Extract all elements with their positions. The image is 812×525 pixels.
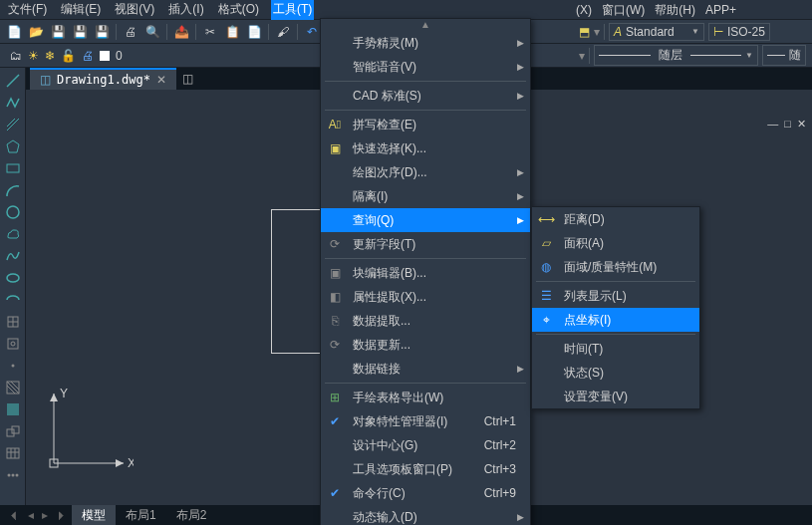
tool-arc-icon[interactable] xyxy=(3,181,23,199)
scroll-up-icon[interactable]: ▲ xyxy=(321,19,530,31)
tab-layout2[interactable]: 布局2 xyxy=(166,505,217,526)
tool-cloud-icon[interactable] xyxy=(3,225,23,243)
spellcheck-icon: Aͮ xyxy=(321,113,349,136)
linetype-dropdown[interactable]: 随层 ▼ xyxy=(594,45,758,66)
brush-icon[interactable]: 🖌 xyxy=(275,24,291,40)
menu-distance[interactable]: ⟷距离(D) xyxy=(532,207,699,231)
menu-cadstd[interactable]: CAD 标准(S)▶ xyxy=(321,84,530,108)
tab-layout1[interactable]: 布局1 xyxy=(116,505,166,526)
menu-inquiry[interactable]: 查询(Q)▶ xyxy=(321,208,530,232)
menu-voice[interactable]: 智能语音(V)▶ xyxy=(321,55,530,79)
menu-massprop[interactable]: ◍面域/质量特性(M) xyxy=(532,255,699,279)
new-icon[interactable]: 📄 xyxy=(6,24,22,40)
menu-toolpal[interactable]: 工具选项板窗口(P)Ctrl+3 xyxy=(321,457,530,481)
tool-pline-icon[interactable] xyxy=(3,94,23,112)
menu-format[interactable]: 格式(O) xyxy=(216,0,261,20)
menu-view[interactable]: 视图(V) xyxy=(113,0,156,20)
menu-tableexp[interactable]: ⊞手绘表格导出(W) xyxy=(321,386,530,409)
layer-name[interactable]: 0 xyxy=(116,49,123,63)
menu-attext[interactable]: ◧属性提取(X)... xyxy=(321,285,530,309)
menu-qselect[interactable]: ▣快速选择(K)... xyxy=(321,136,530,160)
menu-list[interactable]: ☰列表显示(L) xyxy=(532,284,699,308)
print-icon[interactable]: 🖨 xyxy=(82,49,94,63)
publish-icon[interactable]: 📤 xyxy=(173,24,189,40)
menu-dataext[interactable]: ⎘数据提取... xyxy=(321,309,530,333)
menu-isolate[interactable]: 隔离(I)▶ xyxy=(321,184,530,208)
menu-dyninput[interactable]: 动态输入(D)▶ xyxy=(321,505,530,525)
menu-dcenter[interactable]: 设计中心(G)Ctrl+2 xyxy=(321,433,530,457)
menu-bedit[interactable]: ▣块编辑器(B)... xyxy=(321,261,530,285)
menu-time[interactable]: 时间(T) xyxy=(532,337,699,361)
tool-point-icon[interactable] xyxy=(3,357,23,375)
menu-datalink[interactable]: 数据链接▶ xyxy=(321,357,530,381)
print-icon[interactable]: 🖨 xyxy=(123,24,138,40)
tool-insert-icon[interactable] xyxy=(3,313,23,331)
scroll-right-icon[interactable]: ⏵ xyxy=(52,508,72,522)
tool-circle-icon[interactable] xyxy=(3,203,23,221)
close-icon[interactable]: ✕ xyxy=(156,73,166,87)
open-icon[interactable]: 📂 xyxy=(28,24,44,40)
layer-lock-icon[interactable]: 🔓 xyxy=(61,49,76,63)
layer-on-icon[interactable]: ☀ xyxy=(28,49,39,63)
textstyle-dropdown[interactable]: A Standard ▼ xyxy=(609,23,704,41)
menu-area[interactable]: ▱面积(A) xyxy=(532,231,699,255)
layer-manager-icon[interactable]: 🗂 xyxy=(10,49,22,63)
saveall-icon[interactable]: 💾 xyxy=(94,24,110,40)
tool-line-icon[interactable] xyxy=(3,72,23,90)
menu-updfield[interactable]: ⟳更新字段(T) xyxy=(321,232,530,256)
menu-idpoint[interactable]: ⌖点坐标(I) xyxy=(532,308,699,332)
svg-rect-10 xyxy=(8,339,18,349)
tool-hatch-icon[interactable] xyxy=(3,379,23,396)
document-tab[interactable]: ◫ Drawing1.dwg* ✕ xyxy=(30,68,176,90)
minimize-icon[interactable]: — xyxy=(767,118,778,131)
menu-appplus[interactable]: APP+ xyxy=(705,3,736,17)
tool-rect-icon[interactable] xyxy=(3,159,23,177)
menu-help[interactable]: 帮助(H) xyxy=(655,2,695,19)
tool-ellipse-icon[interactable] xyxy=(3,269,23,287)
maximize-icon[interactable]: □ xyxy=(784,118,791,131)
dimstyle-dropdown[interactable]: ⊢ ISO-25 xyxy=(708,23,770,41)
save-icon[interactable]: 💾 xyxy=(50,24,66,40)
tool-block-icon[interactable] xyxy=(3,335,23,353)
tool-more-icon[interactable] xyxy=(3,466,23,484)
menu-status[interactable]: 状态(S) xyxy=(532,361,699,385)
paint-icon[interactable]: ⬒ xyxy=(579,25,590,39)
tool-ellipsearc-icon[interactable] xyxy=(3,291,23,309)
menu-gesture[interactable]: 手势精灵(M)▶ xyxy=(321,31,530,55)
menu-spell[interactable]: Aͮ拼写检查(E) xyxy=(321,113,530,136)
lineweight-dropdown[interactable]: 随 xyxy=(762,45,806,66)
menu-tools[interactable]: 工具(T) xyxy=(271,0,314,20)
menu-props[interactable]: ✔对象特性管理器(I)Ctrl+1 xyxy=(321,409,530,433)
separator xyxy=(195,24,196,40)
scroll-left-icon[interactable]: ⏴ xyxy=(4,508,24,522)
menu-file[interactable]: 文件(F) xyxy=(6,0,49,20)
menu-edit[interactable]: 编辑(E) xyxy=(59,0,103,20)
close-icon[interactable]: ✕ xyxy=(797,118,806,131)
undo-icon[interactable]: ↶ xyxy=(304,24,320,40)
tab-model[interactable]: 模型 xyxy=(72,505,116,526)
tool-spline-icon[interactable] xyxy=(3,247,23,265)
paste-icon[interactable]: 📄 xyxy=(246,24,262,40)
tool-region-icon[interactable] xyxy=(3,422,23,440)
cut-icon[interactable]: ✂ xyxy=(202,24,218,40)
tool-polygon-icon[interactable] xyxy=(3,137,23,155)
saveas-icon[interactable]: 💾 xyxy=(72,24,88,40)
new-tab-icon[interactable]: ◫ xyxy=(176,72,199,86)
scroll-next-icon[interactable]: ▸ xyxy=(38,508,52,522)
menu-other[interactable]: (X) xyxy=(576,3,592,17)
menu-draworder[interactable]: 绘图次序(D)...▶ xyxy=(321,160,530,184)
tool-table-icon[interactable] xyxy=(3,444,23,462)
menu-window[interactable]: 窗口(W) xyxy=(602,2,645,19)
tool-gradient-icon[interactable] xyxy=(3,400,23,418)
copy-icon[interactable]: 📋 xyxy=(224,24,240,40)
preview-icon[interactable]: 🔍 xyxy=(144,24,160,40)
layer-color-swatch[interactable] xyxy=(100,51,110,61)
menu-cmdline[interactable]: ✔命令行(C)Ctrl+9 xyxy=(321,481,530,505)
scroll-prev-icon[interactable]: ◂ xyxy=(24,508,38,522)
menu-dataupd[interactable]: ⟳数据更新... xyxy=(321,333,530,357)
check-icon: ✔ xyxy=(321,409,349,433)
tool-ray-icon[interactable] xyxy=(3,116,23,133)
layer-freeze-icon[interactable]: ❄ xyxy=(45,49,55,63)
menu-insert[interactable]: 插入(I) xyxy=(166,0,205,20)
menu-setvar[interactable]: 设置变量(V) xyxy=(532,385,699,408)
